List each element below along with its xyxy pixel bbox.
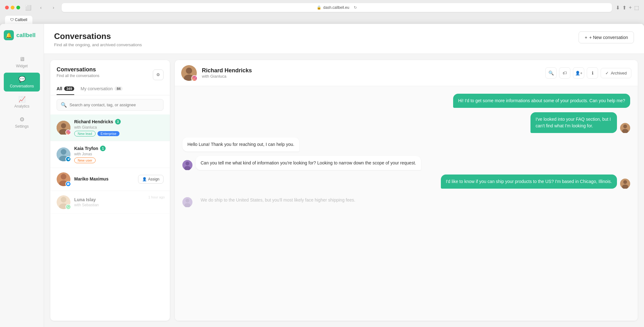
conv-sub-luna: with Sebastian	[74, 203, 164, 207]
message-bubble-3: Hello Luna! Thank you for reaching out, …	[182, 137, 299, 152]
download-icon[interactable]: ⬇	[616, 5, 620, 11]
svg-point-13	[61, 197, 66, 202]
main-content: Conversations Find all the ongoing, and …	[44, 24, 644, 327]
minimize-button[interactable]	[11, 6, 14, 9]
logo-area: 🔔 callbell	[0, 30, 44, 40]
info-icon: ℹ	[592, 70, 593, 75]
message-bubble-5: I'd like to know if you can ship your pr…	[441, 175, 617, 189]
chat-info-button[interactable]: ℹ	[587, 67, 598, 79]
tab-overview-icon[interactable]: ⬚	[634, 5, 639, 11]
svg-point-7	[61, 149, 66, 155]
message-row-4: Can you tell me what kind of information…	[182, 156, 630, 170]
chat-tag-button[interactable]: 🏷	[559, 67, 570, 79]
close-button[interactable]	[5, 6, 9, 9]
new-conversation-label: + New conversation	[589, 35, 628, 40]
conv-tabs: All 349 My conversation 84	[50, 83, 170, 95]
conv-tags-richard: New lead Enterprise	[74, 131, 164, 136]
browser-actions: ⬇ ⬆ + ⬚	[616, 5, 639, 11]
browser-titlebar: ⬜ ‹ › 🔒 dash.callbell.eu ↻ ⬇ ⬆ + ⬚	[5, 3, 639, 12]
sidebar-item-widget[interactable]: 🖥 Widget	[4, 53, 40, 71]
sidebar-item-settings[interactable]: ⚙ Settings	[4, 113, 40, 132]
assign-button-mariko[interactable]: 👤 Assign	[138, 175, 164, 184]
conv-item-kaia[interactable]: Kaia Tryfon 1 with Jonas New user	[50, 141, 170, 168]
svg-point-4	[68, 132, 69, 133]
conv-time-luna: 1 hour ago	[148, 195, 165, 199]
msg-avatar-inbound-2	[620, 179, 630, 189]
conv-panel-header: Conversations Find all the conversations…	[50, 60, 170, 83]
content-area: Conversations Find all the conversations…	[44, 54, 644, 327]
svg-rect-3	[67, 131, 69, 134]
svg-rect-18	[193, 77, 196, 80]
logo-icon: 🔔	[4, 30, 14, 40]
tab-all[interactable]: All 349	[57, 83, 74, 95]
sidebar: 🔔 callbell 🖥 Widget 💬 Conversations 📈 An…	[0, 24, 44, 327]
search-input[interactable]	[69, 103, 159, 107]
back-nav-button[interactable]: ‹	[36, 3, 45, 12]
sidebar-item-conversations[interactable]: 💬 Conversations	[4, 73, 40, 91]
maximize-button[interactable]	[16, 6, 20, 9]
svg-point-16	[186, 68, 192, 74]
tab-title: Callbell	[15, 18, 27, 22]
logo-text: callbell	[16, 32, 36, 39]
reload-icon[interactable]: ↻	[354, 5, 357, 10]
message-bubble-6: We do ship to the United States, but you…	[196, 193, 360, 207]
svg-point-31	[186, 199, 189, 202]
archived-label: Archived	[611, 71, 627, 75]
sidebar-item-analytics[interactable]: 📈 Analytics	[4, 93, 40, 112]
conv-avatar-mariko	[57, 172, 70, 186]
conv-avatar-kaia	[57, 147, 70, 161]
channel-badge-whatsapp	[65, 204, 71, 210]
assign-icon: 👤	[142, 177, 147, 181]
tab-my-conversation[interactable]: My conversation 84	[80, 83, 123, 95]
chat-assign-button[interactable]: 👤+	[573, 67, 584, 79]
new-tab-icon[interactable]: +	[629, 5, 632, 10]
search-input-wrap[interactable]: 🔍	[57, 99, 164, 111]
browser-tab[interactable]: 🛡 Callbell	[5, 16, 32, 24]
tab-my-badge: 84	[114, 86, 123, 91]
svg-point-28	[623, 180, 627, 184]
search-icon: 🔍	[61, 102, 67, 108]
conv-info-mariko: Mariko Maximus	[74, 176, 134, 182]
forward-nav-button[interactable]: ›	[49, 3, 58, 12]
traffic-lights	[5, 6, 20, 9]
address-bar[interactable]: 🔒 dash.callbell.eu ↻	[62, 3, 612, 12]
message-bubble-2: I've looked into your FAQ section, but I…	[530, 112, 617, 133]
message-row-5: I'd like to know if you can ship your pr…	[182, 175, 630, 189]
sidebar-item-analytics-label: Analytics	[14, 104, 29, 108]
conv-panel-settings-button[interactable]: ⚙	[153, 69, 164, 80]
msg-avatar-inbound-1	[620, 123, 630, 133]
assign-label: Assign	[148, 177, 159, 181]
chat-actions: 🔍 🏷 👤+ ℹ ✓ Archived	[545, 67, 631, 79]
search-area: 🔍	[50, 95, 170, 114]
conv-name-row-mariko: Mariko Maximus	[74, 176, 134, 181]
message-row-6: We do ship to the United States, but you…	[182, 193, 630, 207]
msg-avatar-outbound-1	[182, 160, 192, 170]
nav-items: 🖥 Widget 💬 Conversations 📈 Analytics ⚙ S…	[0, 53, 44, 132]
chat-contact-name: Richard Hendricks	[202, 67, 540, 74]
tab-all-badge: 349	[64, 86, 74, 91]
message-row-1: Hi! I'd to get some more informations ab…	[182, 94, 630, 108]
share-icon[interactable]: ⬆	[622, 5, 626, 11]
conv-item-richard[interactable]: Richard Hendricks 3 with Gianluca New le…	[50, 114, 170, 141]
channel-badge-telegram	[65, 156, 71, 162]
tag-icon: 🏷	[563, 70, 567, 75]
sidebar-toggle-icon[interactable]: ⬜	[24, 4, 33, 11]
settings-icon: ⚙	[19, 116, 25, 123]
archived-button[interactable]: ✓ Archived	[601, 68, 631, 78]
tab-all-label: All	[57, 86, 62, 91]
chat-panel: Richard Hendricks with Gianluca 🔍 🏷 👤+	[175, 60, 638, 321]
tab-my-label: My conversation	[80, 86, 113, 91]
chat-search-button[interactable]: 🔍	[545, 67, 557, 79]
svg-point-25	[186, 162, 189, 165]
tag-enterprise: Enterprise	[97, 131, 119, 136]
conv-name-luna: Luna Islay	[74, 197, 96, 202]
conv-item-mariko[interactable]: Mariko Maximus 👤 Assign	[50, 168, 170, 191]
conversation-list: Richard Hendricks 3 with Gianluca New le…	[50, 114, 170, 321]
conv-item-luna[interactable]: Luna Islay with Sebastian 1 hour ago	[50, 191, 170, 214]
conv-name-kaia: Kaia Tryfon	[74, 146, 98, 151]
conv-info-richard: Richard Hendricks 3 with Gianluca New le…	[74, 119, 164, 136]
widget-icon: 🖥	[19, 56, 25, 63]
message-row-3: Hello Luna! Thank you for reaching out, …	[182, 137, 630, 152]
chat-channel-badge	[191, 75, 197, 81]
new-conversation-button[interactable]: + + New conversation	[579, 31, 634, 43]
